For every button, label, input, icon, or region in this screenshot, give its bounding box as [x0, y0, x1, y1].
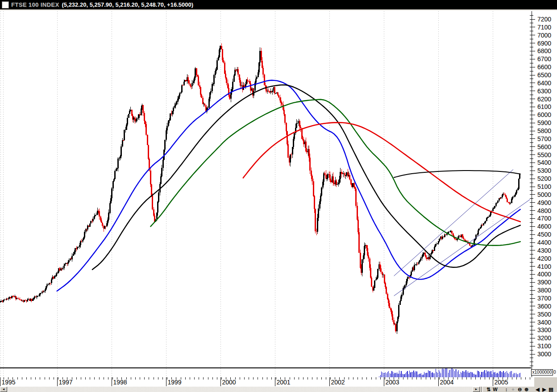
scrollbar-left-arrow[interactable]: ◄ — [0, 387, 7, 392]
horizontal-scrollbar-track[interactable] — [7, 387, 473, 392]
expand-vertical-icon[interactable]: ↕ — [503, 387, 510, 392]
zoom-in-button[interactable]: ⊕ — [523, 387, 530, 392]
chart-plot-area[interactable] — [0, 10, 531, 368]
chart-title-bar[interactable]: FTSE 100 INDEX (5,232.20, 5,257.90, 5,21… — [0, 0, 557, 9]
toolbar-separator — [481, 387, 483, 392]
volume-scale-label: x1000000 — [531, 369, 553, 375]
chart-symbol-title: FTSE 100 INDEX — [11, 1, 59, 8]
titlebar-divider — [0, 9, 557, 10]
price-axis[interactable] — [531, 10, 557, 377]
scroll-right-button[interactable]: ▶ — [541, 387, 548, 392]
volume-scale-suffix: 0 — [553, 370, 556, 375]
crosshair-icon[interactable]: + — [510, 387, 516, 392]
volume-scale-text: x1000000 — [532, 370, 552, 375]
price-scale-icon[interactable]: ⇅ — [485, 387, 492, 392]
zoom-out-button[interactable]: ⊖ — [516, 387, 523, 392]
window-box-icon[interactable] — [2, 1, 9, 8]
scroll-left-button[interactable]: ◀ — [534, 387, 541, 392]
window-list-button[interactable]: ▤ — [548, 387, 554, 392]
chart-ohlc-quote: (5,232.20, 5,257.90, 5,216.20, 5,248.70,… — [62, 1, 193, 8]
scrollbar-right-arrow[interactable]: ► — [473, 387, 480, 392]
time-axis[interactable] — [0, 377, 534, 387]
axis-corner-panel — [534, 377, 557, 387]
weekly-periodicity-button[interactable]: W — [492, 387, 499, 392]
chart-toolbar: ⇅W↕+⊖⊕◀▶▤ — [484, 387, 557, 392]
bottom-strip: ◄ ► ⇅W↕+⊖⊕◀▶▤ — [0, 387, 557, 392]
